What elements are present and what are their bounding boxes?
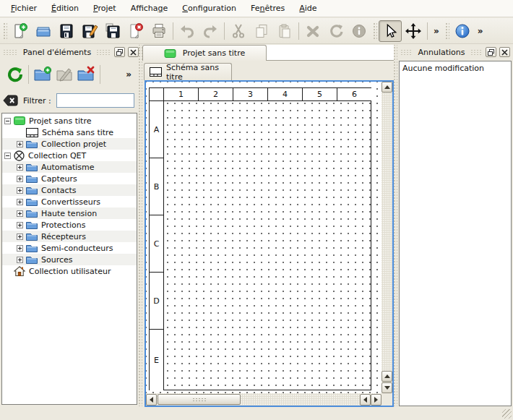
- toolbar-overflow-button[interactable]: »: [430, 26, 443, 36]
- expand-icon[interactable]: [17, 164, 23, 171]
- print-icon: [150, 22, 168, 40]
- close-file-button[interactable]: [124, 20, 147, 42]
- window-resize-grip[interactable]: [502, 409, 512, 419]
- dock-close-button[interactable]: [499, 47, 510, 57]
- elements-panel-dock: Panel d'éléments »: [0, 45, 142, 406]
- scroll-up-button[interactable]: [381, 371, 392, 382]
- move-tool-button[interactable]: [402, 20, 425, 42]
- tree-item-schema[interactable]: Schéma sans titre: [2, 127, 137, 138]
- filter-label: Filtrer :: [23, 96, 51, 106]
- menu-configuration[interactable]: Configuration: [175, 1, 243, 15]
- up-arrow-icon: [384, 85, 390, 89]
- scroll-down-button[interactable]: [381, 382, 392, 393]
- toolbar-grip[interactable]: [2, 22, 7, 40]
- paste-icon: [276, 22, 293, 40]
- expand-icon[interactable]: [17, 199, 23, 205]
- scroll-up-button[interactable]: [381, 82, 392, 93]
- scroll-left-button[interactable]: [360, 394, 371, 406]
- expand-icon[interactable]: [17, 187, 23, 194]
- select-tool-button[interactable]: [379, 20, 402, 42]
- save-as-button[interactable]: [78, 20, 101, 42]
- project-icon: [14, 116, 25, 125]
- scroll-right-button[interactable]: [371, 394, 381, 406]
- menu-fichier[interactable]: Fichier: [4, 1, 44, 15]
- row-header: A: [150, 101, 164, 158]
- expand-icon[interactable]: [17, 141, 23, 147]
- toolbar-grip[interactable]: [372, 22, 377, 40]
- tab-projet-sans-titre[interactable]: Projet sans titre: [142, 45, 267, 61]
- scrollbar-thumb[interactable]: [158, 394, 241, 405]
- about-info-button[interactable]: [451, 20, 474, 42]
- left-splitter[interactable]: [137, 45, 142, 406]
- delete-category-button[interactable]: [75, 64, 97, 85]
- tab-schema-sans-titre[interactable]: Schéma sans titre: [144, 63, 232, 80]
- new-document-button[interactable]: [9, 20, 32, 42]
- expand-icon[interactable]: [17, 257, 23, 263]
- cut-button: [227, 20, 250, 42]
- tree-item-semi-conducteurs[interactable]: Semi-conducteurs: [2, 242, 137, 254]
- schema-scene[interactable]: 1 2 3 4 5 6 A B C D E: [146, 82, 381, 393]
- folder-icon: [26, 209, 38, 218]
- tree-item-contacts[interactable]: Contacts: [2, 184, 137, 196]
- tree-item-project[interactable]: Projet sans titre: [2, 115, 137, 127]
- clear-filter-button[interactable]: [3, 94, 18, 107]
- horizontal-scrollbar[interactable]: [146, 393, 381, 406]
- tree-item-recepteurs[interactable]: Récepteurs: [2, 231, 137, 242]
- info-icon: [454, 22, 471, 40]
- expand-icon[interactable]: [17, 222, 23, 228]
- up-arrow-icon: [384, 374, 390, 378]
- column-header: 3: [233, 88, 268, 101]
- elements-panel-titlebar[interactable]: Panel d'éléments: [0, 45, 142, 59]
- paste-button: [273, 20, 296, 42]
- undo-icon: [178, 22, 196, 40]
- menu-fenetres[interactable]: Fenêtres: [243, 1, 292, 15]
- scroll-left-button[interactable]: [146, 394, 157, 406]
- schema-tab-label: Schéma sans titre: [166, 63, 226, 82]
- rotate-button: [324, 20, 348, 42]
- new-category-button[interactable]: [32, 64, 53, 85]
- toolbar-overflow-button[interactable]: »: [474, 26, 487, 36]
- print-button[interactable]: [147, 20, 171, 42]
- collapse-icon[interactable]: [4, 153, 11, 159]
- close-file-icon: [127, 22, 145, 40]
- project-tab-label: Projet sans titre: [183, 48, 246, 58]
- save-copy-button[interactable]: [101, 20, 124, 42]
- collapse-icon[interactable]: [4, 118, 11, 124]
- undo-history-list[interactable]: Aucune modification: [399, 61, 512, 406]
- expand-icon[interactable]: [17, 210, 23, 217]
- tree-item-capteurs[interactable]: Capteurs: [2, 173, 137, 184]
- menu-affichage[interactable]: Affichage: [124, 1, 176, 15]
- menu-aide[interactable]: Aide: [292, 1, 324, 15]
- vertical-scrollbar[interactable]: [381, 82, 392, 393]
- expand-icon[interactable]: [17, 233, 23, 240]
- filter-input[interactable]: [56, 93, 134, 108]
- panel-toolbar-overflow-button[interactable]: »: [122, 69, 135, 80]
- tree-item-sources[interactable]: Sources: [2, 254, 137, 265]
- tree-item-collection-projet[interactable]: Collection projet: [2, 138, 137, 150]
- close-icon: [130, 49, 137, 56]
- tree-item-collection-utilisateur[interactable]: Collection utilisateur: [2, 265, 137, 277]
- tree-item-collection-qet[interactable]: Collection QET: [2, 150, 137, 161]
- dock-float-button[interactable]: [486, 47, 496, 57]
- dock-float-button[interactable]: [114, 47, 125, 57]
- qet-logo-icon: [14, 150, 25, 161]
- menu-edition[interactable]: Édition: [44, 1, 86, 15]
- undo-list-item[interactable]: Aucune modification: [400, 61, 511, 74]
- expand-icon[interactable]: [17, 176, 23, 182]
- tree-item-convertisseurs[interactable]: Convertisseurs: [2, 196, 137, 207]
- schema-view[interactable]: 1 2 3 4 5 6 A B C D E: [145, 80, 394, 407]
- reload-collections-button[interactable]: [4, 64, 25, 85]
- expand-icon[interactable]: [17, 245, 23, 252]
- row-header: E: [150, 330, 164, 390]
- left-arrow-icon: [363, 397, 367, 403]
- menu-projet[interactable]: Projet: [86, 1, 124, 15]
- open-button[interactable]: [32, 20, 55, 42]
- tree-item-automatisme[interactable]: Automatisme: [2, 161, 137, 173]
- save-button[interactable]: [55, 20, 78, 42]
- undo-button: [176, 20, 199, 42]
- tree-item-protections[interactable]: Protections: [2, 219, 137, 231]
- undo-panel-titlebar[interactable]: Annulations: [397, 45, 513, 59]
- toolbar-grip[interactable]: [444, 22, 449, 40]
- folder-icon: [26, 174, 38, 183]
- tree-item-haute-tension[interactable]: Haute tension: [2, 207, 137, 219]
